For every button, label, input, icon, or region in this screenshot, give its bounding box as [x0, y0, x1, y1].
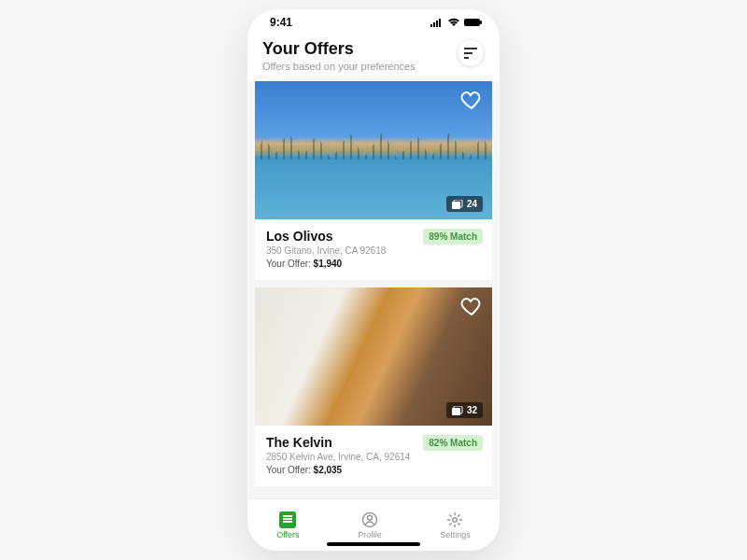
listing-address: 350 Gitano, Irvine, CA 92618	[266, 245, 481, 256]
svg-rect-1	[433, 22, 435, 27]
svg-rect-2	[436, 21, 438, 27]
listing-address: 2850 Kelvin Ave, Irvine, CA, 92614	[266, 452, 481, 462]
offer-value: $2,035	[314, 465, 343, 475]
listing-offer: Your Offer: $1,940	[266, 259, 481, 269]
svg-rect-11	[452, 408, 460, 415]
svg-rect-4	[464, 19, 480, 26]
heart-icon	[460, 295, 483, 317]
page-header: Your Offers Offers based on your prefere…	[247, 35, 500, 81]
svg-rect-0	[430, 24, 432, 27]
svg-rect-9	[452, 202, 460, 209]
svg-rect-5	[480, 21, 482, 24]
listing-card[interactable]: 24 89% Match Los Olivos 350 Gitano, Irvi…	[255, 81, 492, 280]
photo-count-badge[interactable]: 24	[446, 196, 483, 212]
status-time: 9:41	[270, 16, 292, 29]
heart-icon	[460, 89, 483, 111]
offer-label: Your Offer:	[266, 259, 314, 269]
sort-icon	[464, 48, 477, 59]
svg-point-15	[453, 517, 458, 522]
page-subtitle: Offers based on your preferences	[262, 61, 416, 72]
favorite-button[interactable]	[460, 89, 483, 111]
listing-image: 32	[255, 287, 492, 426]
tab-label: Offers	[276, 530, 299, 539]
svg-point-14	[367, 515, 372, 520]
photos-icon	[452, 200, 463, 209]
offer-label: Your Offer:	[266, 465, 314, 475]
status-bar: 9:41	[247, 9, 500, 35]
photos-icon	[452, 406, 463, 415]
svg-rect-7	[464, 52, 472, 54]
listing-body: 89% Match Los Olivos 350 Gitano, Irvine,…	[255, 219, 492, 280]
offer-value: $1,940	[314, 259, 343, 269]
listing-scroll[interactable]: 24 89% Match Los Olivos 350 Gitano, Irvi…	[247, 81, 500, 498]
image-decor	[255, 128, 492, 160]
tab-settings[interactable]: Settings	[440, 511, 471, 539]
match-badge: 82% Match	[423, 435, 483, 451]
offers-icon	[279, 511, 296, 528]
listing-offer: Your Offer: $2,035	[266, 465, 481, 475]
battery-icon	[464, 18, 483, 27]
match-badge: 89% Match	[423, 229, 483, 245]
wifi-icon	[447, 18, 460, 27]
tab-label: Profile	[358, 530, 382, 539]
photo-count-badge[interactable]: 32	[446, 402, 483, 418]
svg-rect-6	[464, 48, 477, 49]
tab-bar: Offers Profile Settings	[247, 498, 500, 551]
gear-icon	[446, 511, 463, 528]
photo-count-value: 32	[467, 405, 477, 415]
svg-rect-3	[439, 19, 441, 27]
favorite-button[interactable]	[460, 295, 483, 317]
listing-image: 24	[255, 81, 492, 219]
tab-profile[interactable]: Profile	[358, 511, 382, 539]
tab-offers[interactable]: Offers	[276, 511, 299, 539]
tab-label: Settings	[440, 530, 471, 539]
home-indicator[interactable]	[327, 542, 420, 546]
listing-body: 82% Match The Kelvin 2850 Kelvin Ave, Ir…	[255, 426, 492, 486]
profile-icon	[361, 511, 378, 528]
signal-icon	[430, 18, 444, 27]
page-title: Your Offers	[262, 39, 416, 59]
sort-button[interactable]	[457, 39, 485, 67]
listing-card[interactable]: 32 82% Match The Kelvin 2850 Kelvin Ave,…	[255, 287, 492, 486]
svg-rect-8	[464, 57, 469, 59]
header-text: Your Offers Offers based on your prefere…	[262, 39, 416, 72]
phone-frame: 9:41 Your Offers Offers based on your pr…	[247, 9, 500, 551]
status-right	[430, 18, 483, 27]
photo-count-value: 24	[467, 199, 477, 209]
